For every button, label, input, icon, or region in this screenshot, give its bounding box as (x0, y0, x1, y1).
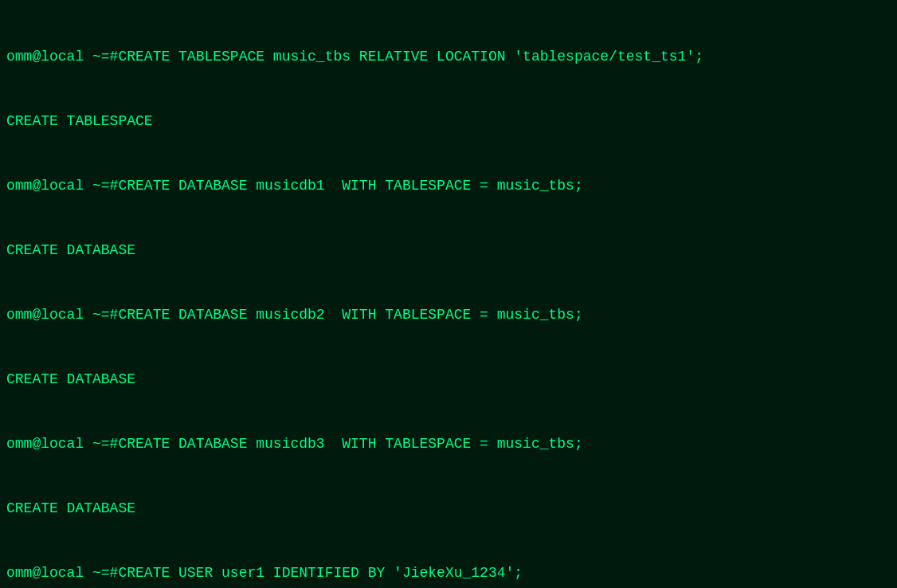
line-4: CREATE DATABASE (6, 240, 891, 261)
line-6: CREATE DATABASE (6, 369, 891, 390)
line-8: CREATE DATABASE (6, 498, 891, 519)
line-3: omm@local ~=#CREATE DATABASE musicdb1 WI… (6, 175, 891, 197)
line-7: omm@local ~=#CREATE DATABASE musicdb3 WI… (6, 433, 891, 455)
line-5: omm@local ~=#CREATE DATABASE musicdb2 WI… (6, 304, 891, 326)
line-1: omm@local ~=#CREATE TABLESPACE music_tbs… (6, 46, 891, 68)
terminal-window: omm@local ~=#CREATE TABLESPACE music_tbs… (6, 3, 891, 588)
line-9: omm@local ~=#CREATE USER user1 IDENTIFIE… (6, 563, 891, 584)
line-2: CREATE TABLESPACE (6, 111, 891, 132)
